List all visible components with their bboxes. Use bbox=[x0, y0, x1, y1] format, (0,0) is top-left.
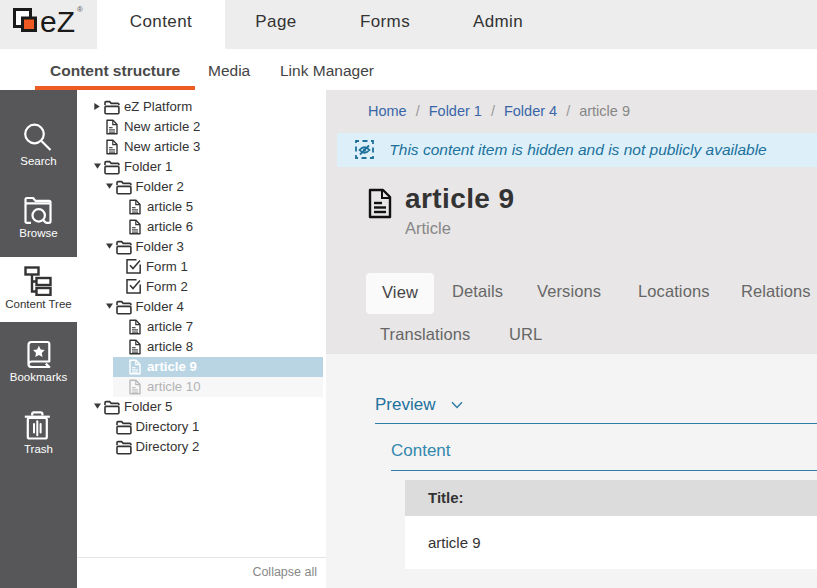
svg-text:eZ: eZ bbox=[40, 5, 75, 38]
svg-text:®: ® bbox=[77, 5, 83, 14]
